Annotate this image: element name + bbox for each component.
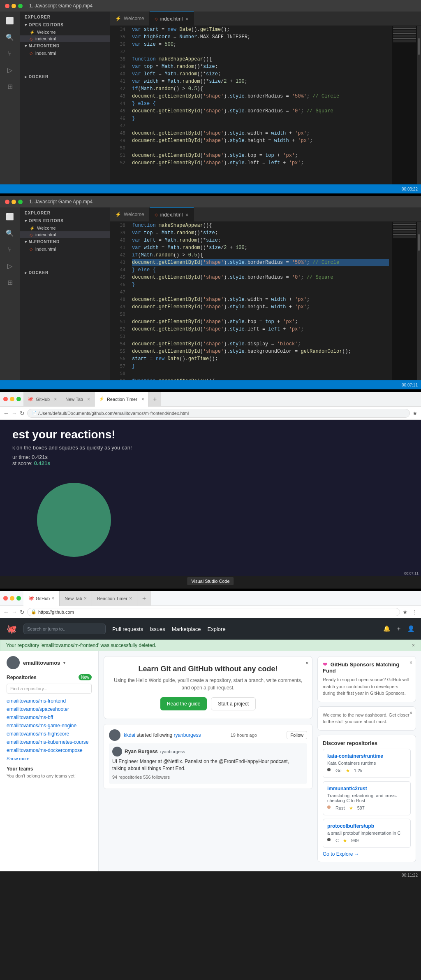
deleted-banner-close[interactable]: × [412,642,415,648]
docker-section-2[interactable]: ▸ DOCKER [20,269,110,277]
sidebar-index-2[interactable]: ◇ index.html [20,231,110,238]
github-min-btn[interactable] [10,596,14,601]
url-bar-reaction[interactable]: 📄 /Users/default/Documents/github.com/em… [27,409,410,418]
feed-target-link[interactable]: ryanburgess [173,732,201,738]
github-repo-search[interactable]: Find a repository... [7,684,92,694]
open-editors-section-2[interactable]: ▾ OPEN EDITORS [20,217,110,225]
github-repo-item-6[interactable]: emailitovamos/ms-kubernetes-course [7,738,92,746]
search-activity-icon[interactable]: 🔍 [4,31,16,43]
github-close-btn[interactable] [3,596,8,601]
browser-close-btn[interactable] [3,397,8,401]
git-activity-icon[interactable]: ⑂ [4,48,16,59]
tab-close-icon-2[interactable]: × [185,212,189,218]
gh-nav-explore[interactable]: Explore [208,626,226,632]
github-url-bar[interactable]: 🔒 https://github.com [27,608,400,616]
github-username[interactable]: emailitovamos [23,660,60,666]
tab-welcome-1[interactable]: ⚡ Welcome [110,12,150,26]
maximize-button-2[interactable] [18,200,23,204]
gh-plus-icon[interactable]: ＋ [396,625,402,633]
maximize-button[interactable] [18,4,23,8]
sidebar-item-index-html[interactable]: ◇ index.html [20,50,110,56]
discover-repo-2-name[interactable]: immunant/c2rust [327,786,406,791]
gh-bookmark-icon[interactable]: ★ [402,609,408,615]
github-repo-item-2[interactable]: emailitovamos/spaceshooter [7,705,92,713]
github-username-dropdown[interactable]: ▾ [63,661,65,665]
gh-forward-icon[interactable]: → [12,609,17,615]
tab-close-icon[interactable]: × [185,16,189,22]
bookmark-icon[interactable]: ★ [412,410,418,417]
extensions-activity-icon[interactable]: ⊞ [4,81,16,92]
gh-back-icon[interactable]: ← [3,609,9,615]
github-show-more[interactable]: Show more [7,756,92,761]
minimize-button[interactable] [12,4,16,8]
newtab-close[interactable]: × [87,396,90,402]
sidebar-welcome-2[interactable]: ⚡ Welcome [20,225,110,231]
follow-button[interactable]: Follow [287,731,307,739]
github-repo-item-5[interactable]: emailitovamos/ms-highscore [7,730,92,738]
scrollbar-2[interactable] [417,222,421,380]
open-editors-section[interactable]: ▾ OPEN EDITORS [20,21,110,29]
gh-avatar-icon[interactable]: 👤 [407,625,414,633]
github-new-badge[interactable]: New [79,674,92,680]
github-search-box[interactable]: Search or jump to... [23,624,106,634]
tab-welcome-2[interactable]: ⚡ Welcome [110,207,150,221]
tab-index-html-1[interactable]: ◇ index.html × [150,12,194,26]
sponsors-widget-close[interactable]: × [409,660,412,666]
read-guide-btn[interactable]: Read the guide [160,697,207,710]
m-frontend-section-2[interactable]: ▾ M-FRONTEND [20,238,110,246]
explorer-activity-icon-2[interactable]: ⬜ [4,211,16,222]
github-repo-item-7[interactable]: emailitovamos/ms-dockercompose [7,746,92,754]
browser-tab-reaction[interactable]: ⚡ Reaction Timer × [95,392,149,407]
reaction-shape-circle[interactable] [37,483,111,557]
reaction-tab-close[interactable]: × [141,396,144,402]
close-button[interactable] [5,4,9,8]
discover-repo-3-name[interactable]: protocolbuffers/upb [327,823,406,829]
gh-newtab-close[interactable]: × [84,596,87,601]
explorer-activity-icon[interactable]: ⬜ [4,15,16,26]
github-repo-item-3[interactable]: emailitovamos/ms-bff [7,713,92,722]
forward-icon[interactable]: → [12,410,17,417]
extensions-activity-icon-2[interactable]: ⊞ [4,277,16,288]
code-editor-2[interactable]: function makeShapeAppear(){ var top = Ma… [129,222,392,380]
m-frontend-section[interactable]: ▾ M-FRONTEND [20,42,110,50]
code-editor-1[interactable]: var start = new Date().getTime(); var hi… [129,26,392,184]
new-tab-btn[interactable]: + [149,392,161,407]
browser-tab-newtab[interactable]: New Tab × [61,392,95,407]
github-repo-item-1[interactable]: emailitovamos/ms-frontend [7,697,92,705]
github-tab-newtab[interactable]: New Tab × [60,591,92,606]
docker-section[interactable]: ▸ DOCKER [20,73,110,81]
github-tab-close[interactable]: × [54,396,57,402]
back-icon[interactable]: ← [3,410,9,417]
scrollbar-thumb-2[interactable] [418,234,420,251]
discover-repo-1-name[interactable]: kata-containers/runtime [327,753,406,759]
learn-git-dialog-close[interactable]: × [305,660,309,666]
explore-link[interactable]: Go to Explore → [323,851,411,857]
gh-nav-issues[interactable]: Issues [150,626,165,632]
sidebar-index-html-2[interactable]: ◇ index.html [20,246,110,252]
gh-bell-icon[interactable]: 🔔 [383,625,390,633]
debug-activity-icon[interactable]: ▷ [4,64,16,76]
sidebar-item-index-html-editor[interactable]: ◇ index.html [20,35,110,42]
search-activity-icon-2[interactable]: 🔍 [4,227,16,239]
github-repo-item-4[interactable]: emailitovamos/ms-game-engine [7,722,92,730]
github-max-btn[interactable] [16,596,21,601]
close-button-2[interactable] [5,200,9,204]
gh-nav-marketplace[interactable]: Marketplace [172,626,201,632]
github-tab-reaction[interactable]: Reaction Timer × [92,591,137,606]
browser-min-btn[interactable] [10,397,14,401]
minimize-button-2[interactable] [12,200,16,204]
gh-reload-icon[interactable]: ↻ [20,609,25,615]
git-activity-icon-2[interactable]: ⑂ [4,244,16,255]
debug-activity-icon-2[interactable]: ▷ [4,260,16,272]
gh-reaction-close[interactable]: × [129,596,132,601]
gh-nav-pull-requests[interactable]: Pull requests [112,626,143,632]
browser-max-btn[interactable] [16,397,21,401]
browser-tab-github[interactable]: 🐙 GitHub × [23,392,61,407]
gh-settings-icon[interactable]: ⋮ [412,609,418,615]
welcome-widget-close[interactable]: × [409,710,412,716]
github-tab-gh[interactable]: 🐙 GitHub × [23,591,60,606]
reload-icon[interactable]: ↻ [20,410,25,417]
gh-tab-close[interactable]: × [51,596,54,601]
tab-index-html-2[interactable]: ◇ index.html × [150,207,194,221]
scrollbar-1[interactable] [417,26,421,184]
